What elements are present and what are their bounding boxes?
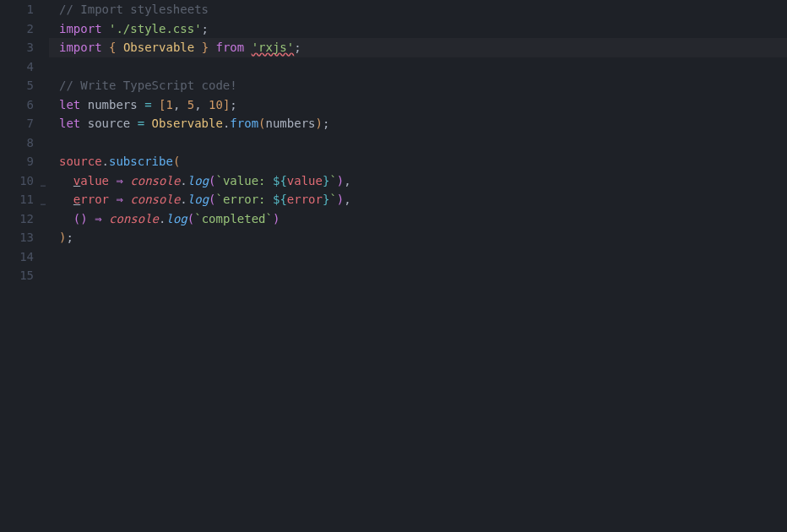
token: =: [144, 98, 151, 111]
token: .: [180, 174, 187, 187]
line-number: 15: [0, 266, 49, 285]
code-content[interactable]: // Import stylesheetsimport './style.css…: [49, 0, 787, 532]
token: ): [316, 117, 323, 130]
token: import: [59, 41, 102, 54]
token: ;: [230, 98, 236, 111]
token: =: [138, 117, 144, 130]
line-number: 2: [0, 19, 49, 39]
token: [59, 174, 73, 187]
token: [102, 41, 109, 54]
token: console: [109, 212, 159, 225]
token: `error:: [216, 193, 273, 206]
token: [88, 212, 95, 225]
token: log: [187, 174, 209, 187]
token: .: [159, 212, 166, 225]
line-number: 1: [0, 0, 49, 19]
line-number: 13: [0, 228, 49, 247]
token: numbers: [80, 98, 144, 111]
token: source: [80, 117, 137, 130]
code-line[interactable]: import { Observable } from 'rxjs';: [49, 38, 787, 57]
token: `completed`: [194, 212, 273, 225]
token: ${: [273, 174, 287, 187]
code-line[interactable]: let source = Observable.from(numbers);: [59, 114, 787, 133]
code-editor[interactable]: 123456789101112131415 // Import styleshe…: [0, 0, 787, 532]
token: subscribe: [109, 155, 173, 168]
token: ${: [273, 193, 287, 206]
token: .: [102, 155, 109, 168]
code-line[interactable]: [59, 133, 787, 153]
token: (: [209, 193, 215, 206]
token: [152, 98, 159, 111]
token: ): [80, 212, 87, 225]
token: }: [202, 41, 209, 54]
token: rror: [80, 193, 109, 206]
token: ,: [194, 98, 209, 111]
token: source: [59, 155, 102, 168]
token: import: [59, 22, 102, 35]
token: log: [187, 193, 209, 206]
line-number-gutter: 123456789101112131415: [0, 0, 49, 532]
line-number: 4: [0, 57, 49, 77]
token: .: [180, 193, 187, 206]
token: ;: [323, 117, 329, 130]
token: [209, 41, 215, 54]
token: ): [273, 212, 280, 225]
fold-indicator-icon[interactable]: …: [41, 175, 46, 194]
code-line[interactable]: … error ⇒ console.log(`error: ${error}`)…: [59, 190, 787, 209]
token: (: [209, 174, 215, 187]
line-number: 7: [0, 114, 49, 133]
token: 5: [187, 98, 194, 111]
code-line[interactable]: let numbers = [1, 5, 10];: [59, 95, 787, 115]
token: numbers: [266, 117, 316, 130]
token: [116, 41, 122, 54]
token: Observable: [152, 117, 223, 130]
token: ⇒: [116, 174, 122, 187]
code-line[interactable]: [59, 266, 787, 285]
token: 1: [166, 98, 172, 111]
token: [194, 41, 201, 54]
token: 'rxjs': [252, 41, 295, 54]
token: `: [329, 193, 336, 206]
token: `value:: [216, 174, 273, 187]
token: value: [287, 174, 323, 187]
fold-indicator-icon[interactable]: …: [41, 193, 46, 213]
token: error: [287, 193, 323, 206]
code-line[interactable]: import './style.css';: [59, 19, 787, 39]
token: ,: [173, 98, 187, 111]
code-line[interactable]: );: [59, 228, 787, 247]
token: console: [130, 174, 180, 187]
token: ;: [294, 41, 301, 54]
token: 10: [209, 98, 223, 111]
token: (: [258, 117, 265, 130]
token: let: [59, 98, 80, 111]
line-number: 3: [0, 38, 49, 57]
token: [102, 212, 109, 225]
token: ,: [344, 193, 350, 206]
token: ;: [202, 22, 209, 35]
token: // Import stylesheets: [59, 3, 209, 16]
code-line[interactable]: [59, 57, 787, 77]
code-line[interactable]: … value ⇒ console.log(`value: ${value}`)…: [59, 171, 787, 191]
token: Observable: [123, 41, 194, 54]
token: [59, 212, 73, 225]
code-line[interactable]: source.subscribe(: [59, 152, 787, 171]
token: // Write TypeScript code!: [59, 79, 237, 92]
code-line[interactable]: [59, 247, 787, 267]
line-number: 14: [0, 247, 49, 267]
token: './style.css': [109, 22, 202, 35]
token: log: [166, 212, 187, 225]
token: [144, 117, 151, 130]
code-line[interactable]: // Write TypeScript code!: [59, 76, 787, 95]
code-line[interactable]: // Import stylesheets: [59, 0, 787, 19]
token: (: [187, 212, 194, 225]
token: [59, 193, 73, 206]
token: ⇒: [116, 193, 122, 206]
code-line[interactable]: () ⇒ console.log(`completed`): [59, 209, 787, 229]
line-number: 8: [0, 133, 49, 153]
line-number: 9: [0, 152, 49, 171]
token: ;: [66, 231, 73, 244]
line-number: 6: [0, 95, 49, 115]
token: [244, 41, 251, 54]
token: let: [59, 117, 80, 130]
token: from: [230, 117, 258, 130]
